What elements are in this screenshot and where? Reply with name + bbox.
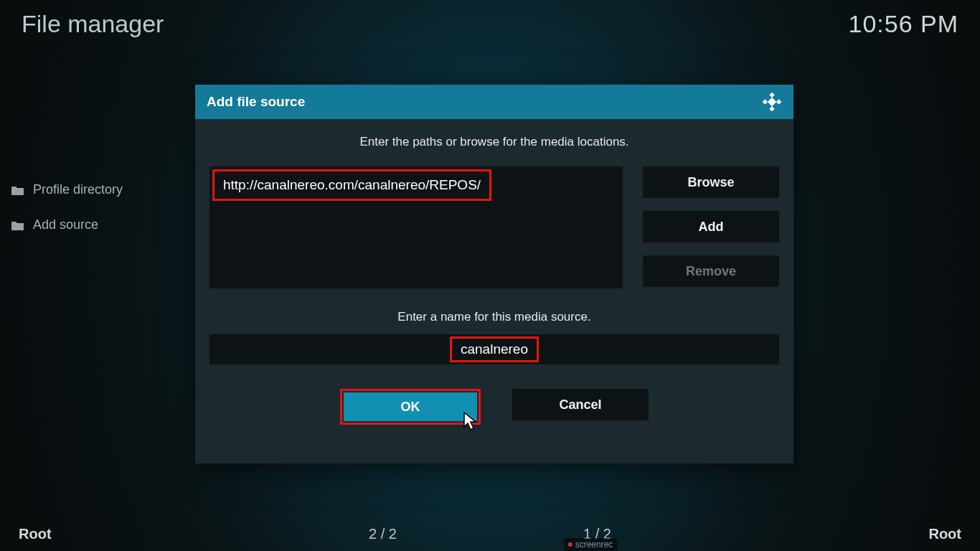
svg-rect-3 bbox=[769, 106, 774, 111]
svg-rect-0 bbox=[769, 93, 774, 98]
folder-icon bbox=[11, 220, 24, 230]
header-bar: File manager 10:56 PM bbox=[22, 10, 958, 38]
sidebar-item-profile-directory[interactable]: Profile directory bbox=[11, 172, 184, 207]
dialog-title: Add file source bbox=[207, 94, 305, 110]
path-input[interactable]: http://canalnereo.com/canalnereo/REPOS/ bbox=[212, 169, 491, 201]
add-button[interactable]: Add bbox=[643, 211, 779, 242]
page-title: File manager bbox=[22, 10, 164, 38]
name-instruction: Enter a name for this media source. bbox=[209, 310, 779, 324]
record-dot-icon bbox=[568, 542, 573, 547]
clock: 10:56 PM bbox=[848, 10, 958, 38]
svg-rect-2 bbox=[776, 99, 781, 104]
dialog-header: Add file source bbox=[195, 85, 793, 119]
sidebar-item-label: Profile directory bbox=[33, 182, 123, 197]
paths-instruction: Enter the paths or browse for the media … bbox=[209, 135, 779, 149]
paths-list[interactable]: http://canalnereo.com/canalnereo/REPOS/ bbox=[209, 166, 623, 288]
screenrec-watermark: screenrec bbox=[564, 538, 618, 551]
source-list: Profile directory Add source bbox=[11, 172, 184, 242]
sidebar-item-add-source[interactable]: Add source bbox=[11, 207, 184, 242]
footer-count-left: 2 / 2 bbox=[369, 526, 397, 542]
folder-icon bbox=[11, 185, 24, 195]
dialog-body: Enter the paths or browse for the media … bbox=[195, 119, 793, 439]
source-name-input[interactable]: canalnereo bbox=[209, 334, 779, 364]
source-name-value: canalnereo bbox=[450, 336, 539, 362]
sidebar-item-label: Add source bbox=[33, 217, 98, 232]
remove-button: Remove bbox=[643, 255, 779, 287]
svg-rect-4 bbox=[768, 98, 776, 106]
svg-rect-1 bbox=[763, 99, 768, 104]
kodi-logo-icon bbox=[762, 92, 782, 112]
watermark-text: screenrec bbox=[575, 540, 613, 550]
footer-bar: Root 2 / 2 1 / 2 Root bbox=[19, 526, 961, 542]
cancel-button[interactable]: Cancel bbox=[512, 389, 649, 420]
browse-button[interactable]: Browse bbox=[643, 166, 779, 198]
add-file-source-dialog: Add file source Enter the paths or brows… bbox=[195, 85, 793, 463]
ok-button[interactable]: OK bbox=[344, 392, 477, 421]
